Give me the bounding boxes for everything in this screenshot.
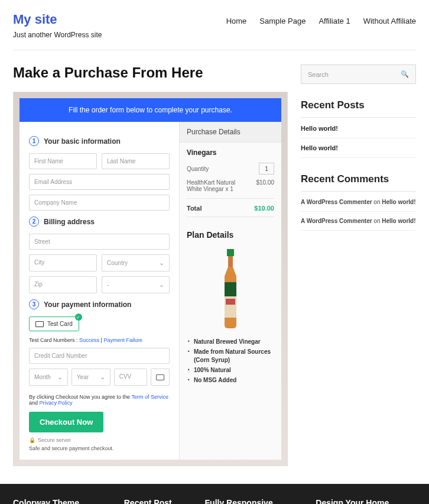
plan-bullet: Natural Brewed Vinegar: [187, 338, 274, 346]
section-billing: 2 Billing address: [29, 217, 170, 227]
main-nav: Home Sample Page Affiliate 1 Without Aff…: [226, 12, 416, 25]
company-input[interactable]: Company Name: [29, 195, 170, 211]
cvv-icon: [151, 369, 170, 386]
site-title[interactable]: My site: [13, 12, 102, 27]
secure-note: Safe and secure payment checkout.: [29, 445, 170, 451]
country-select[interactable]: Country: [102, 254, 170, 272]
recent-posts-heading: Recent Posts: [301, 99, 416, 118]
product-category: Vinegars: [187, 148, 274, 157]
recent-comment[interactable]: A WordPress Commenter on Hello world!: [301, 218, 416, 231]
recent-post-link[interactable]: Hello world!: [301, 144, 416, 158]
email-input[interactable]: Email Address: [29, 174, 170, 190]
lock-icon: 🔒: [29, 437, 35, 443]
hint-success[interactable]: Success: [79, 337, 99, 343]
cvv-input[interactable]: CVV: [114, 369, 147, 386]
street-input[interactable]: Street: [29, 234, 170, 250]
plan-bullet: No MSG Added: [187, 376, 274, 385]
quantity-label: Quantity: [187, 166, 209, 172]
hint-failure[interactable]: Payment Failure: [103, 337, 142, 343]
footer-col-heading: Design Your Home: [316, 498, 416, 504]
svg-rect-4: [226, 299, 235, 305]
city-input[interactable]: City: [29, 254, 97, 272]
svg-rect-0: [227, 249, 234, 256]
nav-affiliate[interactable]: Affiliate 1: [318, 17, 350, 25]
terms-text: By clicking Checkout Now you agree to th…: [29, 394, 170, 406]
month-select[interactable]: Month: [29, 369, 68, 386]
line-item: HealthKart Natural White Vinegar x 1: [187, 179, 246, 192]
product-image: [213, 248, 248, 331]
purchase-card: Fill the order form below to complete yo…: [13, 92, 288, 466]
line-price: $10.00: [256, 179, 274, 192]
recent-comment[interactable]: A WordPress Commenter on Hello world!: [301, 199, 416, 212]
banner: Fill the order form below to complete yo…: [20, 98, 281, 122]
footer-col-heading: Fully Responsive: [205, 498, 306, 504]
section-basic: 1 Your basic information: [29, 136, 170, 146]
first-name-input[interactable]: First Name: [29, 153, 97, 169]
privacy-link[interactable]: Privacy Policy: [40, 400, 73, 406]
step-1-icon: 1: [29, 136, 39, 146]
footer: Colorway ThemeFooter is widgetized. To s…: [0, 484, 429, 504]
secure-server: 🔒Secure server: [29, 437, 170, 443]
svg-rect-1: [228, 256, 233, 267]
state-select[interactable]: -: [102, 276, 170, 293]
test-card-hint: Test Card Numbers : Success | Payment Fa…: [29, 337, 170, 343]
footer-col-heading: Colorway Theme: [13, 498, 113, 504]
footer-col-heading: Recent Post: [124, 498, 194, 504]
tagline: Just another WordPress site: [13, 31, 102, 39]
header-divider: [13, 50, 416, 50]
section-payment-label: Your payment information: [44, 301, 131, 309]
test-card-button[interactable]: Test Card: [29, 316, 79, 331]
recent-comments-heading: Recent Comments: [301, 173, 416, 192]
tos-link[interactable]: Term of Service: [131, 394, 168, 400]
test-card-label: Test Card: [47, 321, 73, 327]
cc-number-input[interactable]: Credit Card Number: [29, 348, 170, 364]
plan-bullet: Made from Natural Sources (Corn Syrup): [187, 348, 274, 364]
section-billing-label: Billing address: [44, 218, 95, 226]
checkout-button[interactable]: Checkout Now: [29, 412, 103, 432]
total-amount: $10.00: [254, 205, 274, 212]
section-basic-label: Your basic information: [44, 137, 121, 146]
search-icon: 🔍: [401, 70, 409, 78]
card-icon: [35, 321, 44, 327]
step-3-icon: 3: [29, 299, 39, 309]
year-select[interactable]: Year: [72, 369, 110, 386]
nav-without-affiliate[interactable]: Without Affiliate: [363, 17, 416, 25]
total-label: Total: [187, 205, 202, 212]
search-placeholder: Search: [308, 71, 329, 78]
nav-home[interactable]: Home: [226, 17, 247, 25]
last-name-input[interactable]: Last Name: [102, 153, 170, 169]
search-input[interactable]: Search 🔍: [301, 64, 416, 84]
plan-bullets: Natural Brewed Vinegar Made from Natural…: [180, 334, 281, 396]
quantity-input[interactable]: 1: [259, 163, 274, 175]
page-title: Make a Purchase From Here: [13, 64, 288, 81]
svg-rect-2: [225, 282, 236, 296]
nav-sample[interactable]: Sample Page: [259, 17, 306, 25]
step-2-icon: 2: [29, 217, 39, 227]
recent-post-link[interactable]: Hello world!: [301, 125, 416, 138]
purchase-details-heading: Purchase Details: [180, 122, 281, 143]
plan-bullet: 100% Natural: [187, 366, 274, 374]
plan-title: Plan Details: [180, 223, 281, 244]
section-payment: 3 Your payment information: [29, 299, 170, 309]
zip-input[interactable]: Zip: [29, 276, 97, 293]
